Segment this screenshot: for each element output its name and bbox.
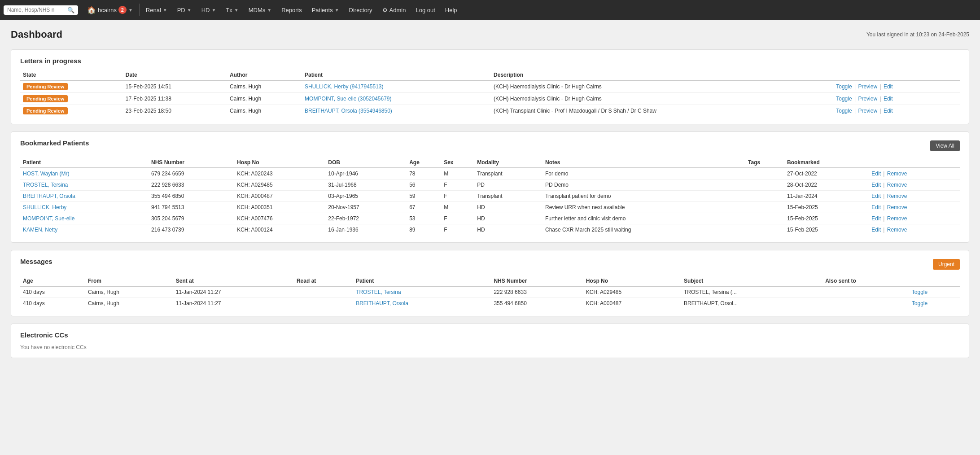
bk-col-modality: Modality [474, 158, 542, 168]
table-row: MOMPOINT, Sue-elle 305 204 5679 KCH: A00… [20, 213, 960, 224]
nav-reports[interactable]: Reports [277, 0, 306, 20]
bk-nhs: 941 794 5513 [149, 202, 234, 213]
edit-link[interactable]: Edit [871, 227, 881, 233]
msg-col-nhs: NHS Number [491, 276, 583, 286]
bk-bookmarked: 11-Jan-2024 [784, 191, 869, 202]
msg-from: Cairns, Hugh [85, 286, 173, 298]
nav-directory[interactable]: Directory [345, 0, 377, 20]
msg-patient[interactable]: BREITHAUPT, Orsola [353, 298, 491, 309]
bk-patient[interactable]: HOST, Waylan (Mr) [20, 168, 149, 179]
main-content: Dashboard You last signed in at 10:23 on… [0, 20, 980, 374]
nav-help[interactable]: Help [441, 0, 462, 20]
electronic-ccs-no-data: You have no electronic CCs [20, 344, 960, 350]
nav-patients[interactable]: Patients ▼ [307, 0, 344, 20]
patient-link[interactable]: TROSTEL, Tersina [356, 289, 401, 295]
letter-author: Cairns, Hugh [227, 93, 302, 105]
nav-logout-label: Log out [416, 7, 435, 13]
bk-patient[interactable]: BREITHAUPT, Orsola [20, 191, 149, 202]
bk-age: 67 [407, 202, 441, 213]
letter-date: 15-Feb-2025 14:51 [123, 80, 227, 93]
letter-patient[interactable]: MOMPOINT, Sue-elle (3052045679) [302, 93, 491, 105]
preview-link[interactable]: Preview [858, 83, 877, 90]
bk-col-sex: Sex [441, 158, 474, 168]
patient-link[interactable]: BREITHAUPT, Orsola (3554946850) [305, 108, 392, 114]
patient-link[interactable]: MOMPOINT, Sue-elle (3052045679) [305, 96, 391, 102]
bk-patient[interactable]: SHULLICK, Herby [20, 202, 149, 213]
view-all-button[interactable]: View All [930, 140, 960, 151]
letter-patient[interactable]: SHULLICK, Herby (9417945513) [302, 80, 491, 93]
edit-link[interactable]: Edit [871, 215, 881, 222]
toggle-link[interactable]: Toggle [912, 300, 928, 306]
nav-logout[interactable]: Log out [411, 0, 439, 20]
patient-link[interactable]: BREITHAUPT, Orsola [356, 300, 408, 306]
nav-pd[interactable]: PD ▼ [173, 0, 196, 20]
toggle-link[interactable]: Toggle [836, 108, 852, 114]
preview-link[interactable]: Preview [858, 96, 877, 102]
edit-link[interactable]: Edit [884, 108, 893, 114]
edit-link[interactable]: Edit [884, 83, 893, 90]
remove-link[interactable]: Remove [887, 227, 907, 233]
bk-patient[interactable]: KAMEN, Netty [20, 224, 149, 236]
msg-age: 410 days [20, 298, 85, 309]
navbar: 🔍 🏠 hcairns 2 ▼ Renal ▼ PD ▼ HD ▼ Tx ▼ M… [0, 0, 980, 20]
edit-link[interactable]: Edit [871, 171, 881, 177]
bk-tags [745, 168, 784, 179]
bk-actions: Edit | Remove [869, 224, 960, 236]
bk-bookmarked: 15-Feb-2025 [784, 224, 869, 236]
letter-state: Pending Review [20, 80, 123, 93]
bk-dob: 20-Nov-1957 [325, 202, 407, 213]
edit-link[interactable]: Edit [871, 193, 881, 199]
remove-link[interactable]: Remove [887, 171, 907, 177]
letter-description: (KCH) Haemodialysis Clinic - Dr Hugh Cai… [491, 80, 833, 93]
table-row: Pending Review 23-Feb-2025 18:50 Cairns,… [20, 105, 960, 117]
messages-table: Age From Sent at Read at Patient NHS Num… [20, 276, 960, 309]
letter-state: Pending Review [20, 105, 123, 117]
bk-col-actions [869, 158, 960, 168]
remove-link[interactable]: Remove [887, 204, 907, 210]
patient-link[interactable]: KAMEN, Netty [23, 227, 57, 233]
action-sep-1: | [854, 108, 857, 114]
nav-tx[interactable]: Tx ▼ [221, 0, 243, 20]
toggle-link[interactable]: Toggle [836, 83, 852, 90]
bk-tags [745, 224, 784, 236]
remove-link[interactable]: Remove [887, 182, 907, 188]
urgent-button[interactable]: Urgent [933, 259, 960, 270]
msg-hosp: KCH: A000487 [583, 298, 681, 309]
nav-mdms[interactable]: MDMs ▼ [244, 0, 276, 20]
nav-admin[interactable]: ⚙ Admin [378, 0, 411, 20]
patient-link[interactable]: MOMPOINT, Sue-elle [23, 215, 74, 222]
remove-link[interactable]: Remove [887, 193, 907, 199]
patient-link[interactable]: HOST, Waylan (Mr) [23, 171, 70, 177]
edit-link[interactable]: Edit [871, 204, 881, 210]
search-icon[interactable]: 🔍 [67, 7, 74, 13]
msg-col-also-sent-to: Also sent to [822, 276, 909, 286]
patient-link[interactable]: TROSTEL, Tersina [23, 182, 68, 188]
nav-renal[interactable]: Renal ▼ [141, 0, 172, 20]
letter-patient[interactable]: BREITHAUPT, Orsola (3554946850) [302, 105, 491, 117]
patient-link[interactable]: SHULLICK, Herby (9417945513) [305, 83, 383, 90]
patients-chevron-icon: ▼ [335, 8, 339, 13]
msg-patient[interactable]: TROSTEL, Tersina [353, 286, 491, 298]
msg-col-actions [909, 276, 960, 286]
nav-home[interactable]: 🏠 hcairns 2 ▼ [83, 0, 137, 20]
remove-link[interactable]: Remove [887, 215, 907, 222]
letters-col-author: Author [227, 70, 302, 80]
bk-col-nhs: NHS Number [149, 158, 234, 168]
patient-link[interactable]: BREITHAUPT, Orsola [23, 193, 75, 199]
nav-hd[interactable]: HD ▼ [197, 0, 221, 20]
edit-link[interactable]: Edit [871, 182, 881, 188]
preview-link[interactable]: Preview [858, 108, 877, 114]
bk-nhs: 679 234 6659 [149, 168, 234, 179]
bk-notes: Review URR when next available [542, 202, 745, 213]
toggle-link[interactable]: Toggle [836, 96, 852, 102]
edit-link[interactable]: Edit [884, 96, 893, 102]
bk-patient[interactable]: MOMPOINT, Sue-elle [20, 213, 149, 224]
action-sep: | [883, 182, 886, 188]
bk-patient[interactable]: TROSTEL, Tersina [20, 179, 149, 191]
toggle-link[interactable]: Toggle [912, 289, 928, 295]
bk-bookmarked: 27-Oct-2022 [784, 168, 869, 179]
patient-link[interactable]: SHULLICK, Herby [23, 204, 66, 210]
msg-also-sent-to [822, 286, 909, 298]
bk-col-dob: DOB [325, 158, 407, 168]
search-input[interactable] [7, 7, 66, 13]
